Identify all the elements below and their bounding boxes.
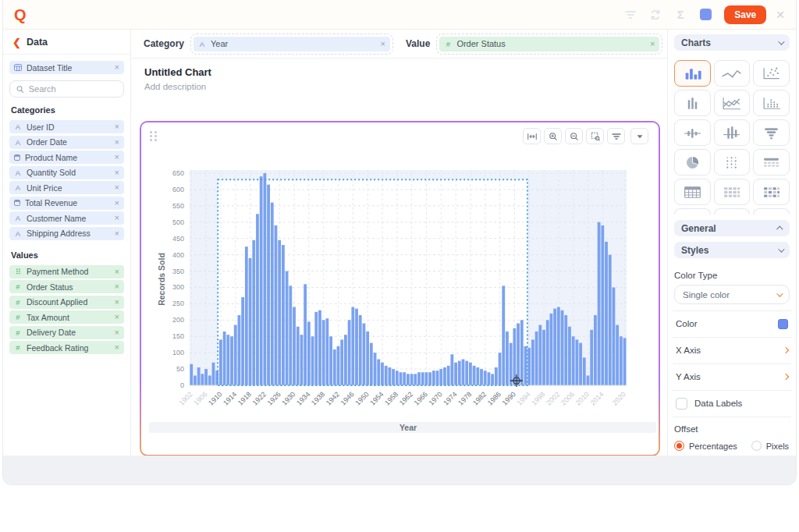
remove-icon[interactable]: × (115, 298, 119, 307)
value-dropzone[interactable]: # Order Status × (436, 34, 662, 55)
svg-text:1982: 1982 (471, 390, 488, 406)
chart-type-cutoff[interactable] (674, 208, 711, 215)
chart-type-range-bar[interactable] (674, 119, 711, 146)
chart-title[interactable]: Untitled Chart (144, 66, 667, 78)
chart-type-cutoff[interactable] (753, 208, 790, 215)
remove-icon[interactable]: × (115, 229, 119, 238)
value-field-chip[interactable]: #Tax Amount× (9, 310, 124, 324)
charts-dropdown[interactable]: Charts (674, 34, 790, 51)
remove-icon[interactable]: × (115, 138, 119, 147)
chip-label: Product Name (25, 153, 110, 162)
chart-type-scatter[interactable] (753, 60, 790, 87)
category-field-chip[interactable]: AUser ID× (9, 120, 124, 133)
chart-type-pivot-table[interactable] (753, 149, 790, 176)
data-panel-title: Data (27, 37, 48, 48)
category-label: Category (144, 38, 184, 49)
category-field-chip[interactable]: AOrder Date× (9, 136, 124, 149)
search-box[interactable] (9, 80, 124, 98)
svg-text:2002: 2002 (545, 390, 561, 406)
chart-type-multi-line[interactable] (714, 90, 751, 116)
chart-type-table[interactable] (674, 179, 711, 205)
svg-text:1970: 1970 (428, 390, 444, 406)
category-field-chip[interactable]: Total Revenue× (9, 197, 124, 210)
svg-text:400: 400 (172, 251, 184, 259)
remove-icon[interactable]: × (115, 122, 119, 131)
chart-type-line[interactable] (714, 60, 751, 87)
category-dropzone[interactable]: A Year × (190, 34, 393, 55)
remove-icon[interactable]: × (115, 199, 119, 207)
remove-icon[interactable]: × (115, 282, 119, 291)
remove-icon[interactable]: × (115, 153, 119, 161)
bar-chart[interactable]: 050100150200250300350400450500550600650R… (141, 127, 659, 453)
remove-icon[interactable]: × (115, 313, 119, 321)
chart-type-column[interactable] (674, 90, 711, 116)
remove-value-icon[interactable]: × (650, 40, 655, 48)
svg-text:0: 0 (180, 381, 184, 389)
calendar-icon (14, 154, 20, 161)
remove-dataset-icon[interactable]: × (115, 63, 119, 72)
close-icon[interactable]: ✕ (776, 9, 785, 21)
chart-type-heatmap[interactable] (753, 179, 790, 205)
color-picker-swatch[interactable] (778, 319, 788, 329)
category-field-chip[interactable]: AShipping Address× (9, 227, 124, 240)
remove-icon[interactable]: × (115, 328, 119, 337)
remove-icon[interactable]: × (115, 214, 119, 222)
sigma-icon[interactable]: Σ (673, 8, 687, 22)
values-section-label: Values (11, 250, 124, 260)
data-labels-checkbox[interactable] (676, 398, 687, 410)
save-button[interactable]: Save (724, 5, 766, 24)
remove-icon[interactable]: × (115, 168, 119, 177)
chart-type-cutoff[interactable] (714, 208, 751, 215)
styles-section-header[interactable]: Styles (674, 242, 790, 258)
value-field-chip[interactable]: #Discount Applied× (9, 296, 124, 309)
chart-type-bar[interactable] (674, 60, 711, 87)
svg-text:1994: 1994 (515, 390, 531, 406)
chevron-up-icon (776, 225, 783, 232)
search-input[interactable] (29, 84, 117, 94)
chevron-down-icon (776, 290, 783, 296)
svg-text:1914: 1914 (222, 390, 238, 406)
filter-icon[interactable] (623, 8, 637, 22)
svg-text:2020: 2020 (611, 390, 627, 406)
chip-label: Quantity Sold (27, 168, 110, 177)
chart-type-range-column[interactable] (714, 119, 751, 146)
remove-category-icon[interactable]: × (381, 40, 385, 48)
color-swatch-icon[interactable] (700, 9, 712, 20)
pixels-radio[interactable] (751, 441, 762, 451)
value-field-chip[interactable]: ⠿Payment Method× (9, 265, 124, 278)
chart-type-pie[interactable] (674, 149, 711, 176)
remove-icon[interactable]: × (115, 268, 119, 276)
color-type-select[interactable]: Single color (674, 285, 790, 304)
category-field-chip[interactable]: Product Name× (9, 151, 124, 164)
back-chevron-icon[interactable]: ❮ (12, 37, 21, 48)
chart-type-matrix[interactable] (714, 179, 751, 205)
y-axis-row[interactable]: Y Axis (676, 370, 788, 384)
chart-type-funnel[interactable] (753, 119, 790, 146)
color-label: Color (676, 319, 778, 328)
value-field-chip[interactable]: #Feedback Rating× (9, 341, 124, 354)
general-section-header[interactable]: General (674, 220, 790, 236)
x-axis-row[interactable]: X Axis (676, 343, 788, 357)
remove-icon[interactable]: × (115, 343, 119, 352)
remove-icon[interactable]: × (115, 183, 119, 192)
transform-icon[interactable] (648, 8, 662, 22)
chart-type-dot-column[interactable] (753, 90, 790, 116)
category-chip[interactable]: A Year × (194, 37, 390, 51)
chart-subtitle[interactable]: Add description (144, 82, 667, 91)
chart-card[interactable]: 050100150200250300350400450500550600650R… (140, 121, 660, 456)
svg-text:100: 100 (172, 349, 184, 356)
category-field-chip[interactable]: AQuantity Sold× (9, 166, 124, 179)
svg-text:1918: 1918 (236, 390, 253, 406)
hash-type-icon: # (444, 40, 452, 48)
chart-type-dot-grid[interactable] (714, 149, 751, 176)
category-field-chip[interactable]: ACustomer Name× (9, 211, 124, 225)
chip-label: Tax Amount (27, 313, 110, 322)
category-chip-label: Year (211, 39, 376, 48)
value-field-chip[interactable]: #Order Status× (9, 280, 124, 293)
percentages-radio[interactable] (674, 441, 684, 451)
dataset-title-chip[interactable]: Dataset Title × (9, 61, 124, 74)
value-field-chip[interactable]: #Delivery Date× (9, 326, 124, 339)
category-field-chip[interactable]: AUnit Price× (9, 181, 124, 194)
value-chip[interactable]: # Order Status × (439, 37, 659, 51)
value-label: Value (406, 38, 430, 49)
